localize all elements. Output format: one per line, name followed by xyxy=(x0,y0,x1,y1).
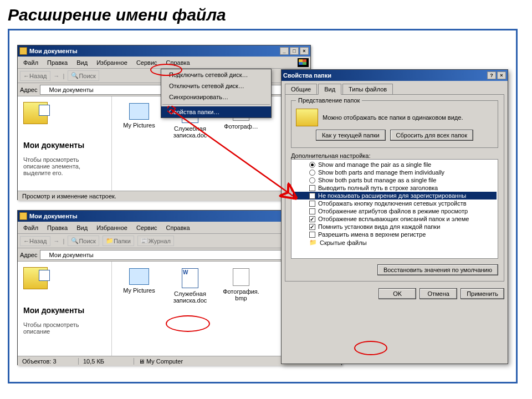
menu-item[interactable]: Отключить сетевой диск… xyxy=(161,80,271,91)
checkbox-icon[interactable] xyxy=(309,208,315,214)
tree-item[interactable]: Show both parts but manage as a single f… xyxy=(293,176,497,184)
address-value: Мои документы xyxy=(49,86,94,93)
titlebar[interactable]: Свойства папки ? × xyxy=(282,70,508,81)
tree-item[interactable]: Show and manage the pair as a single fil… xyxy=(293,161,497,168)
maximize-button[interactable]: □ xyxy=(290,47,299,55)
menu-избранное[interactable]: Избранное xyxy=(93,58,131,67)
folders-button[interactable]: 📁 Папки xyxy=(103,236,134,246)
radiobox-icon[interactable] xyxy=(309,177,315,183)
checkbox-icon[interactable] xyxy=(309,224,315,230)
tree-label: Выводить полный путь в строке заголовка xyxy=(318,185,438,191)
menu-правка[interactable]: Правка xyxy=(44,223,71,232)
radiobox-icon[interactable] xyxy=(309,162,315,168)
tree-label: Скрытые файлы xyxy=(320,239,367,246)
address-input[interactable]: Мои документы xyxy=(40,250,298,260)
tree-item[interactable]: Отображать кнопку подключения сетевых ус… xyxy=(293,200,497,207)
tree-label: Отображать кнопку подключения сетевых ус… xyxy=(318,200,467,207)
address-label: Адрес xyxy=(20,86,38,93)
tab-вид[interactable]: Вид xyxy=(318,84,341,95)
checkbox-icon[interactable] xyxy=(309,185,315,191)
menu-item[interactable]: Подключить сетевой диск… xyxy=(161,69,271,80)
back-button[interactable]: ← Назад xyxy=(20,236,50,246)
tree-item[interactable]: Не показывать расширения для зарегистрир… xyxy=(293,192,497,200)
file-label: Служебная записка.doc xyxy=(170,125,211,139)
file-label: Фотография. bmp xyxy=(221,288,262,301)
file-item[interactable]: My Pictures xyxy=(119,268,160,294)
search-button[interactable]: 🔍 Поиск xyxy=(68,70,99,81)
tree-label: Разрешить имена в верхнем регистре xyxy=(318,231,426,238)
pic-icon xyxy=(129,103,149,120)
file-item[interactable]: Фотография. bmp xyxy=(221,268,262,301)
journal-button[interactable]: 📰 Журнал xyxy=(137,236,174,246)
menu-вид[interactable]: Вид xyxy=(73,223,91,232)
tree-label: Отображение атрибутов файлов в режиме пр… xyxy=(318,208,468,214)
stage: Мои документы _ □ × ФайлПравкаВидИзбранн… xyxy=(8,29,518,383)
menu-файл[interactable]: Файл xyxy=(20,58,42,67)
menu-сервис[interactable]: Сервис xyxy=(133,58,161,67)
menu-правка[interactable]: Правка xyxy=(44,58,71,67)
cancel-button[interactable]: Отмена xyxy=(420,288,457,299)
tree-item[interactable]: Выводить полный путь в строке заголовка xyxy=(293,184,497,192)
tree-label: Отображение всплывающих описаний папок и… xyxy=(318,216,469,222)
tree-item[interactable]: Отображение атрибутов файлов в режиме пр… xyxy=(293,207,497,215)
dialog-tabs: ОбщиеВидТипы файлов xyxy=(282,81,508,94)
folder-icon xyxy=(23,267,48,289)
help-button[interactable]: ? xyxy=(487,71,496,79)
menu-справка[interactable]: Справка xyxy=(163,58,193,67)
tab-типы файлов[interactable]: Типы файлов xyxy=(342,84,393,95)
menu-вид[interactable]: Вид xyxy=(73,58,91,67)
checkbox-icon[interactable] xyxy=(309,201,315,207)
back-button[interactable]: ← Назад xyxy=(20,71,50,81)
address-label: Адрес xyxy=(20,252,38,258)
radiobox-icon[interactable] xyxy=(309,170,315,176)
pic-icon xyxy=(129,268,149,285)
menu-item[interactable]: Свойства папки… xyxy=(161,106,271,117)
tree-item[interactable]: Помнить установки вида для каждой папки xyxy=(293,223,497,231)
minimize-button[interactable]: _ xyxy=(280,47,289,55)
like-current-folder-button[interactable]: Как у текущей папки xyxy=(316,130,386,141)
file-item[interactable]: My Pictures xyxy=(119,103,160,129)
menu-избранное[interactable]: Избранное xyxy=(93,223,131,232)
side-panel: Мои документы Чтобы просмотреть описание xyxy=(18,262,112,356)
restore-defaults-button[interactable]: Восстановить значения по умолчанию xyxy=(377,264,498,275)
reset-all-folders-button[interactable]: Сбросить для всех папок xyxy=(390,130,473,141)
search-button[interactable]: 🔍 Поиск xyxy=(68,236,99,246)
advanced-settings-tree[interactable]: Show and manage the pair as a single fil… xyxy=(291,159,498,259)
side-panel-hint: Чтобы просмотреть описание элемента, выд… xyxy=(23,156,106,176)
menu-справка[interactable]: Справка xyxy=(163,223,193,232)
tree-label: Помнить установки вида для каждой папки xyxy=(318,223,440,230)
folder-presentation-group: Представление папок Можно отображать все… xyxy=(291,100,498,148)
checkbox-icon[interactable] xyxy=(309,232,315,238)
tree-item[interactable]: Отображение всплывающих описаний папок и… xyxy=(293,215,497,223)
window-title: Мои документы xyxy=(29,48,78,54)
folder-icon: 📁 xyxy=(309,239,317,246)
menu-файл[interactable]: Файл xyxy=(20,223,42,232)
file-label: Служебная записка.doc xyxy=(170,290,211,304)
tree-item[interactable]: 📁Скрытые файлы xyxy=(293,238,497,247)
tree-label: Show and manage the pair as a single fil… xyxy=(318,161,431,168)
checkbox-icon[interactable] xyxy=(309,216,315,222)
close-button[interactable]: × xyxy=(300,47,309,55)
tree-label: Show both parts and manage them individu… xyxy=(318,169,444,176)
close-button[interactable]: × xyxy=(497,71,506,79)
bmp-icon xyxy=(233,268,249,286)
page-title: Расширение имени файла xyxy=(8,6,524,24)
tree-item[interactable]: Show both parts and manage them individu… xyxy=(293,168,497,176)
status-text: Просмотр и изменение настроек. xyxy=(18,193,310,200)
tab-общие[interactable]: Общие xyxy=(285,84,317,95)
titlebar[interactable]: Мои документы _ □ × xyxy=(18,45,310,57)
file-label: Фотограф… xyxy=(221,123,262,130)
ok-button[interactable]: OK xyxy=(378,288,416,299)
file-item[interactable]: Служебная записка.doc xyxy=(170,268,211,304)
tree-item[interactable]: Разрешить имена в верхнем регистре xyxy=(293,231,497,238)
doc-icon xyxy=(182,268,198,288)
folder-icon xyxy=(19,212,27,220)
side-panel-title: Мои документы xyxy=(23,306,106,315)
service-dropdown[interactable]: Подключить сетевой диск…Отключить сетево… xyxy=(161,69,272,118)
dialog-title: Свойства папки xyxy=(283,72,331,79)
checkbox-icon[interactable] xyxy=(309,193,315,199)
menu-сервис[interactable]: Сервис xyxy=(133,223,161,232)
menu-item[interactable]: Синхронизировать… xyxy=(161,91,271,103)
side-panel-title: Мои документы xyxy=(23,141,106,150)
apply-button[interactable]: Применить xyxy=(461,288,504,299)
